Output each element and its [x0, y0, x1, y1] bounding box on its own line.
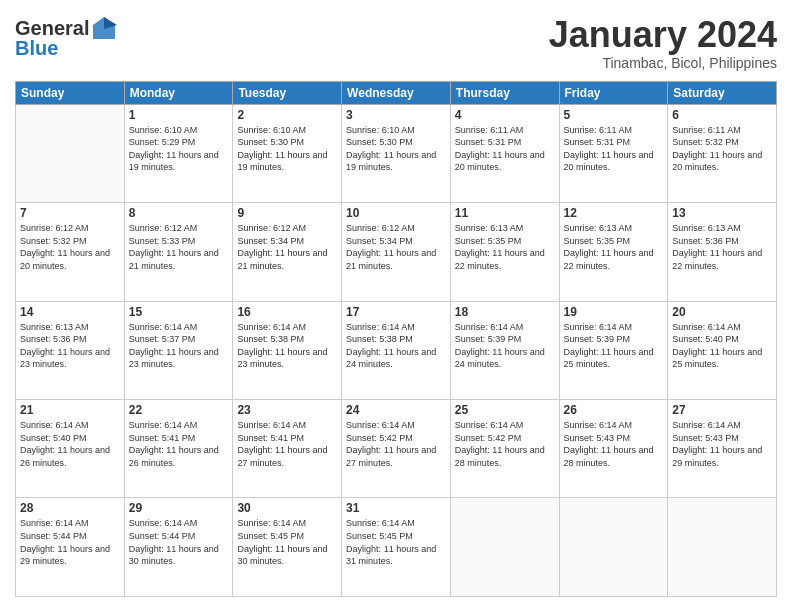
sunset: Sunset: 5:38 PM: [237, 334, 304, 344]
day-info: Sunrise: 6:13 AMSunset: 5:35 PMDaylight:…: [455, 222, 555, 272]
day-number: 17: [346, 305, 446, 319]
table-row: 12Sunrise: 6:13 AMSunset: 5:35 PMDayligh…: [559, 203, 668, 301]
daylight: Daylight: 11 hours and 26 minutes.: [20, 445, 110, 468]
table-row: 23Sunrise: 6:14 AMSunset: 5:41 PMDayligh…: [233, 400, 342, 498]
sunrise: Sunrise: 6:14 AM: [129, 322, 198, 332]
table-row: 16Sunrise: 6:14 AMSunset: 5:38 PMDayligh…: [233, 301, 342, 399]
daylight: Daylight: 11 hours and 27 minutes.: [237, 445, 327, 468]
table-row: 8Sunrise: 6:12 AMSunset: 5:33 PMDaylight…: [124, 203, 233, 301]
sunset: Sunset: 5:30 PM: [346, 137, 413, 147]
daylight: Daylight: 11 hours and 30 minutes.: [237, 544, 327, 567]
day-number: 23: [237, 403, 337, 417]
day-info: Sunrise: 6:14 AMSunset: 5:40 PMDaylight:…: [672, 321, 772, 371]
col-monday: Monday: [124, 81, 233, 104]
day-info: Sunrise: 6:10 AMSunset: 5:30 PMDaylight:…: [346, 124, 446, 174]
day-info: Sunrise: 6:14 AMSunset: 5:38 PMDaylight:…: [346, 321, 446, 371]
table-row: 6Sunrise: 6:11 AMSunset: 5:32 PMDaylight…: [668, 104, 777, 202]
day-info: Sunrise: 6:14 AMSunset: 5:41 PMDaylight:…: [129, 419, 229, 469]
day-number: 29: [129, 501, 229, 515]
sunrise: Sunrise: 6:10 AM: [237, 125, 306, 135]
title-area: January 2024 Tinambac, Bicol, Philippine…: [549, 15, 777, 71]
sunrise: Sunrise: 6:14 AM: [672, 322, 741, 332]
day-info: Sunrise: 6:13 AMSunset: 5:36 PMDaylight:…: [20, 321, 120, 371]
sunset: Sunset: 5:44 PM: [20, 531, 87, 541]
daylight: Daylight: 11 hours and 30 minutes.: [129, 544, 219, 567]
daylight: Daylight: 11 hours and 28 minutes.: [564, 445, 654, 468]
sunrise: Sunrise: 6:14 AM: [346, 518, 415, 528]
calendar-week-row: 14Sunrise: 6:13 AMSunset: 5:36 PMDayligh…: [16, 301, 777, 399]
month-title: January 2024: [549, 15, 777, 55]
daylight: Daylight: 11 hours and 28 minutes.: [455, 445, 545, 468]
sunset: Sunset: 5:32 PM: [672, 137, 739, 147]
day-info: Sunrise: 6:14 AMSunset: 5:39 PMDaylight:…: [564, 321, 664, 371]
table-row: 3Sunrise: 6:10 AMSunset: 5:30 PMDaylight…: [342, 104, 451, 202]
sunrise: Sunrise: 6:14 AM: [20, 420, 89, 430]
day-number: 25: [455, 403, 555, 417]
sunrise: Sunrise: 6:14 AM: [346, 322, 415, 332]
sunset: Sunset: 5:36 PM: [672, 236, 739, 246]
sunrise: Sunrise: 6:14 AM: [564, 420, 633, 430]
col-wednesday: Wednesday: [342, 81, 451, 104]
daylight: Daylight: 11 hours and 22 minutes.: [672, 248, 762, 271]
table-row: 1Sunrise: 6:10 AMSunset: 5:29 PMDaylight…: [124, 104, 233, 202]
sunrise: Sunrise: 6:14 AM: [346, 420, 415, 430]
sunset: Sunset: 5:40 PM: [20, 433, 87, 443]
daylight: Daylight: 11 hours and 20 minutes.: [20, 248, 110, 271]
daylight: Daylight: 11 hours and 29 minutes.: [20, 544, 110, 567]
day-number: 2: [237, 108, 337, 122]
table-row: 24Sunrise: 6:14 AMSunset: 5:42 PMDayligh…: [342, 400, 451, 498]
day-number: 19: [564, 305, 664, 319]
calendar-table: Sunday Monday Tuesday Wednesday Thursday…: [15, 81, 777, 597]
logo-icon: [91, 15, 117, 41]
daylight: Daylight: 11 hours and 24 minutes.: [455, 347, 545, 370]
sunrise: Sunrise: 6:11 AM: [455, 125, 524, 135]
sunrise: Sunrise: 6:14 AM: [672, 420, 741, 430]
daylight: Daylight: 11 hours and 19 minutes.: [346, 150, 436, 173]
table-row: 30Sunrise: 6:14 AMSunset: 5:45 PMDayligh…: [233, 498, 342, 597]
day-number: 1: [129, 108, 229, 122]
location-subtitle: Tinambac, Bicol, Philippines: [549, 55, 777, 71]
sunset: Sunset: 5:39 PM: [455, 334, 522, 344]
col-sunday: Sunday: [16, 81, 125, 104]
sunrise: Sunrise: 6:14 AM: [20, 518, 89, 528]
sunset: Sunset: 5:29 PM: [129, 137, 196, 147]
daylight: Daylight: 11 hours and 22 minutes.: [455, 248, 545, 271]
sunset: Sunset: 5:30 PM: [237, 137, 304, 147]
table-row: 9Sunrise: 6:12 AMSunset: 5:34 PMDaylight…: [233, 203, 342, 301]
day-info: Sunrise: 6:11 AMSunset: 5:31 PMDaylight:…: [564, 124, 664, 174]
sunset: Sunset: 5:42 PM: [346, 433, 413, 443]
day-info: Sunrise: 6:11 AMSunset: 5:31 PMDaylight:…: [455, 124, 555, 174]
sunset: Sunset: 5:31 PM: [455, 137, 522, 147]
day-number: 5: [564, 108, 664, 122]
day-info: Sunrise: 6:10 AMSunset: 5:29 PMDaylight:…: [129, 124, 229, 174]
daylight: Daylight: 11 hours and 25 minutes.: [672, 347, 762, 370]
daylight: Daylight: 11 hours and 23 minutes.: [237, 347, 327, 370]
daylight: Daylight: 11 hours and 21 minutes.: [129, 248, 219, 271]
sunrise: Sunrise: 6:14 AM: [455, 322, 524, 332]
day-info: Sunrise: 6:14 AMSunset: 5:43 PMDaylight:…: [564, 419, 664, 469]
day-number: 9: [237, 206, 337, 220]
sunrise: Sunrise: 6:12 AM: [129, 223, 198, 233]
day-number: 7: [20, 206, 120, 220]
day-info: Sunrise: 6:13 AMSunset: 5:36 PMDaylight:…: [672, 222, 772, 272]
daylight: Daylight: 11 hours and 23 minutes.: [20, 347, 110, 370]
sunset: Sunset: 5:45 PM: [346, 531, 413, 541]
table-row: 14Sunrise: 6:13 AMSunset: 5:36 PMDayligh…: [16, 301, 125, 399]
sunrise: Sunrise: 6:14 AM: [129, 420, 198, 430]
day-number: 21: [20, 403, 120, 417]
day-info: Sunrise: 6:14 AMSunset: 5:38 PMDaylight:…: [237, 321, 337, 371]
table-row: 17Sunrise: 6:14 AMSunset: 5:38 PMDayligh…: [342, 301, 451, 399]
daylight: Daylight: 11 hours and 19 minutes.: [237, 150, 327, 173]
sunset: Sunset: 5:45 PM: [237, 531, 304, 541]
col-thursday: Thursday: [450, 81, 559, 104]
sunset: Sunset: 5:40 PM: [672, 334, 739, 344]
col-friday: Friday: [559, 81, 668, 104]
table-row: 22Sunrise: 6:14 AMSunset: 5:41 PMDayligh…: [124, 400, 233, 498]
daylight: Daylight: 11 hours and 23 minutes.: [129, 347, 219, 370]
day-info: Sunrise: 6:14 AMSunset: 5:45 PMDaylight:…: [237, 517, 337, 567]
day-number: 28: [20, 501, 120, 515]
daylight: Daylight: 11 hours and 22 minutes.: [564, 248, 654, 271]
daylight: Daylight: 11 hours and 20 minutes.: [455, 150, 545, 173]
sunrise: Sunrise: 6:13 AM: [564, 223, 633, 233]
day-number: 4: [455, 108, 555, 122]
